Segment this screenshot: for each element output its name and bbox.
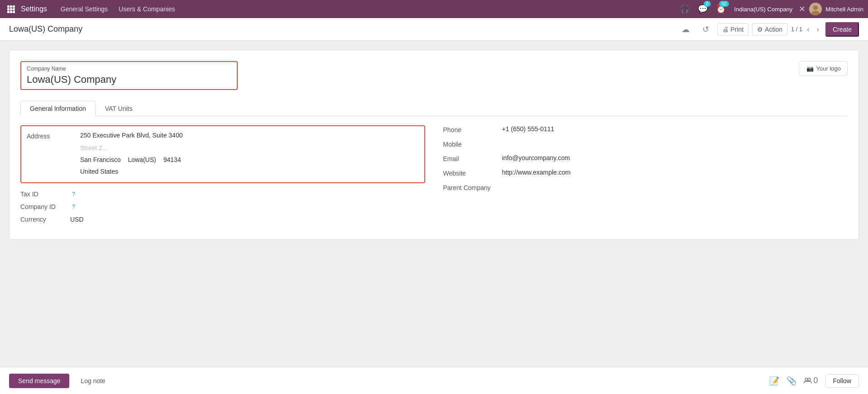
followers-count: 0: [814, 376, 818, 385]
mobile-label: Mobile: [443, 140, 502, 148]
address-block: Address 250 Executive Park Blvd, Suite 3…: [20, 125, 425, 183]
company-name-field[interactable]: Company Name: [20, 61, 238, 90]
form-left: Address 250 Executive Park Blvd, Suite 3…: [20, 125, 425, 228]
city-row: San Francisco Lowa(US) 94134: [80, 156, 419, 163]
company-id-label: Company ID: [20, 203, 70, 210]
app-brand: Settings: [21, 5, 47, 13]
chat-badge: 8: [704, 1, 711, 7]
country-value[interactable]: United States: [80, 168, 118, 175]
svg-rect-7: [10, 11, 12, 13]
phone-row: Phone +1 (650) 555-0111: [443, 125, 848, 133]
currency-value[interactable]: USD: [70, 216, 84, 223]
company-id-help-icon[interactable]: ?: [72, 204, 75, 210]
form-right: Phone +1 (650) 555-0111 Mobile Email inf…: [443, 125, 848, 228]
tax-id-help-icon[interactable]: ?: [72, 191, 75, 197]
form-grid: Address 250 Executive Park Blvd, Suite 3…: [20, 125, 848, 228]
street2-placeholder[interactable]: Street 2...: [80, 144, 108, 152]
zip-value[interactable]: 94134: [163, 156, 181, 163]
svg-rect-0: [7, 5, 10, 8]
mobile-row: Mobile: [443, 140, 848, 148]
activity-badge: 50: [719, 1, 729, 7]
upload-button[interactable]: ☁: [677, 22, 694, 37]
tabs: General Information VAT Units: [20, 101, 848, 116]
username: Mitchell Admin: [825, 6, 863, 13]
gear-icon: ⚙: [757, 26, 763, 33]
log-note-button[interactable]: Log note: [73, 373, 113, 389]
nav-users-companies[interactable]: Users & Companies: [114, 3, 180, 15]
follow-button[interactable]: Follow: [825, 374, 859, 388]
logo-button[interactable]: 📷 Your logo: [800, 61, 848, 76]
prev-button[interactable]: ‹: [804, 24, 812, 35]
company-id-row: Company ID ?: [20, 203, 425, 210]
phone-label: Phone: [443, 125, 502, 133]
svg-rect-3: [7, 8, 10, 10]
logo-label: Your logo: [816, 65, 841, 72]
website-row: Website http://www.example.com: [443, 169, 848, 177]
nav-general-settings[interactable]: General Settings: [56, 3, 112, 15]
action-label: Action: [765, 26, 782, 33]
company-name-input[interactable]: [27, 74, 231, 85]
svg-point-13: [808, 378, 810, 381]
support-icon[interactable]: 🎧: [677, 2, 692, 16]
page-title: Lowa(US) Company: [9, 24, 673, 34]
next-button[interactable]: ›: [814, 24, 822, 35]
city-value[interactable]: San Francisco: [80, 156, 120, 163]
phone-value[interactable]: +1 (650) 555-0111: [502, 125, 555, 133]
address-line1[interactable]: 250 Executive Park Blvd, Suite 3400: [80, 132, 182, 139]
parent-company-label: Parent Company: [443, 183, 502, 191]
action-button[interactable]: ⚙ Action: [752, 23, 787, 36]
avatar[interactable]: [809, 3, 822, 15]
svg-point-10: [813, 5, 818, 10]
camera-icon: 📷: [806, 65, 814, 72]
tab-vat-label: VAT Units: [105, 105, 133, 112]
main-content: Company Name 📷 Your logo General Informa…: [0, 41, 868, 367]
tax-id-row: Tax ID ?: [20, 190, 425, 198]
activity-icon[interactable]: ⏰ 50: [714, 2, 728, 16]
website-label: Website: [443, 169, 502, 177]
currency-label: Currency: [20, 216, 70, 223]
svg-rect-8: [13, 11, 15, 13]
form-card: Company Name 📷 Your logo General Informa…: [9, 50, 859, 240]
schedule-activity-icon[interactable]: 📝: [769, 376, 779, 386]
send-message-button[interactable]: Send message: [9, 374, 69, 388]
country-row: United States: [80, 168, 419, 175]
address-row: Address 250 Executive Park Blvd, Suite 3…: [27, 132, 419, 140]
followers-icon[interactable]: 0: [804, 376, 818, 385]
bottom-bar: Send message Log note 📝 📎 0 Follow: [0, 367, 868, 394]
tab-vat-units[interactable]: VAT Units: [96, 101, 142, 116]
navbar-right: 🎧 💬 8 ⏰ 50 Indiana(US) Company ✕ Mitchel…: [677, 2, 863, 16]
company-name-label: Company Name: [27, 66, 231, 72]
svg-rect-1: [10, 5, 12, 8]
pager: 1 / 1 ‹ ›: [791, 24, 822, 35]
parent-company-row: Parent Company: [443, 183, 848, 191]
pager-text: 1 / 1: [791, 26, 802, 33]
attachment-icon[interactable]: 📎: [786, 376, 796, 386]
chat-icon[interactable]: 💬 8: [695, 2, 710, 16]
print-icon: 🖨: [722, 26, 729, 33]
toolbar: Lowa(US) Company ☁ ↺ 🖨 Print ⚙ Action 1 …: [0, 18, 868, 41]
svg-rect-2: [13, 5, 15, 8]
print-button[interactable]: 🖨 Print: [717, 23, 748, 36]
state-value[interactable]: Lowa(US): [128, 156, 156, 163]
email-value[interactable]: info@yourcompany.com: [502, 154, 570, 161]
website-value[interactable]: http://www.example.com: [502, 169, 571, 176]
refresh-button[interactable]: ↺: [698, 22, 714, 37]
tab-general-information[interactable]: General Information: [20, 101, 96, 116]
svg-point-12: [805, 378, 808, 381]
svg-rect-5: [13, 8, 15, 10]
email-label: Email: [443, 154, 502, 162]
tax-id-label: Tax ID: [20, 190, 70, 198]
apps-icon[interactable]: [5, 3, 17, 15]
svg-rect-6: [7, 11, 10, 13]
navbar: Settings General Settings Users & Compan…: [0, 0, 868, 18]
tab-general-label: General Information: [30, 105, 86, 112]
currency-row: Currency USD: [20, 216, 425, 223]
close-icon[interactable]: ✕: [799, 4, 806, 14]
company-name: Indiana(US) Company: [734, 6, 793, 13]
bottom-right-actions: 📝 📎 0 Follow: [769, 374, 859, 388]
email-row: Email info@yourcompany.com: [443, 154, 848, 162]
svg-rect-4: [10, 8, 12, 10]
print-label: Print: [730, 26, 743, 33]
company-name-section: Company Name 📷 Your logo: [20, 61, 848, 90]
create-button[interactable]: Create: [825, 22, 859, 37]
